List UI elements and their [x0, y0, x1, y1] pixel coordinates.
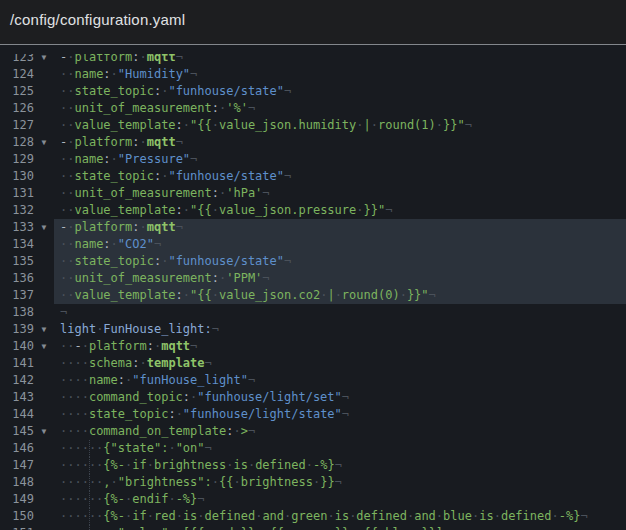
fold-spacer — [34, 389, 54, 406]
line-number: 128 — [0, 134, 34, 151]
code-text: ····schema:·template¬ — [54, 355, 626, 372]
code-text: ··state_topic:·"funhouse/state"¬ — [54, 168, 626, 185]
fold-spacer — [34, 491, 54, 508]
code-line[interactable]: 144····state_topic:·"funhouse/light/stat… — [0, 406, 626, 423]
gutter: 143 — [0, 389, 54, 406]
code-text: ··state_topic:·"funhouse/state"¬ — [54, 253, 626, 270]
code-line[interactable]: 139▼light·FunHouse_light:¬ — [0, 321, 626, 338]
gutter: 132 — [0, 202, 54, 219]
code-line[interactable]: 146······{"state":·"on"¬ — [0, 440, 626, 457]
gutter: 128▼ — [0, 134, 54, 151]
fold-spacer — [34, 372, 54, 389]
fold-spacer — [34, 355, 54, 372]
line-number: 135 — [0, 253, 34, 270]
fold-spacer — [34, 117, 54, 134]
line-number: 127 — [0, 117, 34, 134]
top-clip-strip — [0, 45, 626, 54]
file-path: /config/configuration.yaml — [0, 0, 626, 28]
code-line[interactable]: 140▼··-·platform:·mqtt¬ — [0, 338, 626, 355]
code-line[interactable]: 151······,·"color":·[{{·red·}},·{{·green… — [0, 525, 626, 530]
code-line-selected[interactable]: 133▼-·platform:·mqtt¬ — [0, 219, 626, 236]
fold-toggle-icon[interactable]: ▼ — [34, 134, 54, 151]
line-number: 139 — [0, 321, 34, 338]
gutter: 136 — [0, 270, 54, 287]
gutter: 151 — [0, 525, 54, 530]
code-text: ······{%-·if·red·is·defined·and·green·is… — [54, 508, 626, 525]
gutter: 150 — [0, 508, 54, 525]
line-number: 145 — [0, 423, 34, 440]
fold-toggle-icon[interactable]: ▼ — [34, 338, 54, 355]
code-text: ··value_template:·"{{·value_json.co2·|·r… — [54, 287, 626, 304]
line-number: 143 — [0, 389, 34, 406]
code-line-selected[interactable]: 135··state_topic:·"funhouse/state"¬ — [0, 253, 626, 270]
code-line-selected[interactable]: 136··unit_of_measurement:·'PPM'¬ — [0, 270, 626, 287]
line-number: 140 — [0, 338, 34, 355]
fold-spacer — [34, 287, 54, 304]
line-number: 149 — [0, 491, 34, 508]
code-line[interactable]: 132··value_template:·"{{·value_json.pres… — [0, 202, 626, 219]
code-line[interactable]: 138¬ — [0, 304, 626, 321]
code-line[interactable]: 127··value_template:·"{{·value_json.humi… — [0, 117, 626, 134]
code-line-selected[interactable]: 137··value_template:·"{{·value_json.co2·… — [0, 287, 626, 304]
line-number: 150 — [0, 508, 34, 525]
code-line[interactable]: 126··unit_of_measurement:·'%'¬ — [0, 100, 626, 117]
fold-spacer — [34, 100, 54, 117]
fold-spacer — [34, 168, 54, 185]
code-line[interactable]: 147······{%-·if·brightness·is·defined·-%… — [0, 457, 626, 474]
fold-spacer — [34, 202, 54, 219]
fold-spacer — [34, 406, 54, 423]
code-line[interactable]: 142····name:·"funHouse_light"¬ — [0, 372, 626, 389]
code-line[interactable]: 141····schema:·template¬ — [0, 355, 626, 372]
code-editor[interactable]: 123▼-·platform:·mqtt¬124··name:·"Humidit… — [0, 45, 626, 530]
line-number: 137 — [0, 287, 34, 304]
fold-spacer — [34, 253, 54, 270]
gutter: 144 — [0, 406, 54, 423]
line-number: 142 — [0, 372, 34, 389]
code-line[interactable]: 150······{%-·if·red·is·defined·and·green… — [0, 508, 626, 525]
line-number: 151 — [0, 525, 34, 530]
gutter: 126 — [0, 100, 54, 117]
gutter: 139▼ — [0, 321, 54, 338]
code-text: -·platform:·mqtt¬ — [54, 134, 626, 151]
fold-toggle-icon[interactable]: ▼ — [34, 321, 54, 338]
fold-spacer — [34, 270, 54, 287]
line-number: 146 — [0, 440, 34, 457]
gutter: 125 — [0, 83, 54, 100]
line-number: 125 — [0, 83, 34, 100]
code-text: ····name:·"funHouse_light"¬ — [54, 372, 626, 389]
gutter: 130 — [0, 168, 54, 185]
code-line[interactable]: 149······{%-·endif·-%}¬ — [0, 491, 626, 508]
line-number: 138 — [0, 304, 34, 321]
code-line[interactable]: 143····command_topic:·"funhouse/light/se… — [0, 389, 626, 406]
code-line[interactable]: 148······,·"brightness":·{{·brightness·}… — [0, 474, 626, 491]
gutter: 127 — [0, 117, 54, 134]
gutter: 140▼ — [0, 338, 54, 355]
line-number: 126 — [0, 100, 34, 117]
fold-spacer — [34, 525, 54, 530]
code-line[interactable]: 128▼-·platform:·mqtt¬ — [0, 134, 626, 151]
code-line[interactable]: 129··name:·"Pressure"¬ — [0, 151, 626, 168]
line-number: 130 — [0, 168, 34, 185]
code-text: ······{%-·if·brightness·is·defined·-%}¬ — [54, 457, 626, 474]
line-number: 129 — [0, 151, 34, 168]
gutter: 133▼ — [0, 219, 54, 236]
code-line[interactable]: 124··name:·"Humidity"¬ — [0, 66, 626, 83]
line-number: 147 — [0, 457, 34, 474]
gutter: 149 — [0, 491, 54, 508]
fold-spacer — [34, 457, 54, 474]
fold-spacer — [34, 304, 54, 321]
code-line-selected[interactable]: 134··name:·"CO2"¬ — [0, 236, 626, 253]
code-line[interactable]: 131··unit_of_measurement:·'hPa'¬ — [0, 185, 626, 202]
code-text: ··value_template:·"{{·value_json.pressur… — [54, 202, 626, 219]
code-text: ¬ — [54, 304, 626, 321]
fold-toggle-icon[interactable]: ▼ — [34, 423, 54, 440]
gutter: 146 — [0, 440, 54, 457]
code-text: ··value_template:·"{{·value_json.humidit… — [54, 117, 626, 134]
code-line[interactable]: 130··state_topic:·"funhouse/state"¬ — [0, 168, 626, 185]
code-text: ······{%-·endif·-%}¬ — [54, 491, 626, 508]
editor-header: /config/configuration.yaml — [0, 0, 626, 44]
code-line[interactable]: 125··state_topic:·"funhouse/state"¬ — [0, 83, 626, 100]
fold-toggle-icon[interactable]: ▼ — [34, 219, 54, 236]
code-line[interactable]: 145▼····command_on_template:·>¬ — [0, 423, 626, 440]
line-number: 132 — [0, 202, 34, 219]
